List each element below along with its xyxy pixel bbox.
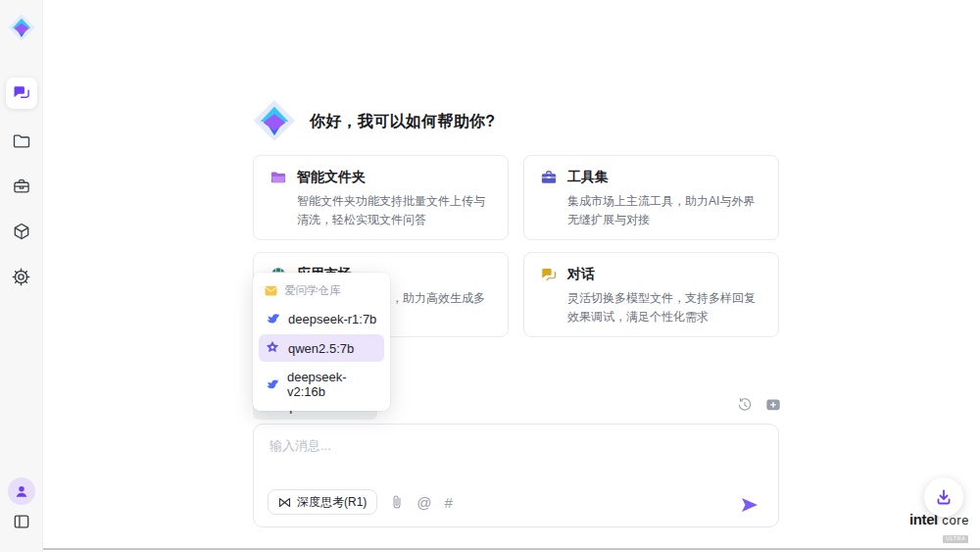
ultra-badge: ULTRA — [943, 535, 968, 543]
greeting-logo-icon — [252, 97, 297, 144]
send-button[interactable] — [741, 497, 759, 513]
sidebar — [0, 0, 43, 552]
card-smart-folder[interactable]: 智能文件夹 智能文件夹功能支持批量文件上传与清洗，轻松实现文件问答 — [253, 155, 509, 240]
user-avatar[interactable] — [8, 477, 35, 505]
sidebar-item-settings[interactable] — [6, 261, 37, 292]
download-icon — [935, 488, 953, 506]
briefcase-icon — [12, 176, 31, 196]
model-repo-group: 爱问学仓库 — [259, 278, 384, 303]
gear-icon — [11, 267, 31, 287]
cube-icon — [12, 222, 31, 241]
history-icon — [737, 397, 753, 413]
message-composer: 深度思考(R1) @ # — [253, 424, 779, 527]
repo-envelope-icon — [265, 285, 277, 296]
model-option-deepseek-v2[interactable]: deepseek-v2:16b — [259, 364, 384, 405]
sidebar-item-chat[interactable] — [6, 77, 37, 109]
mention-button[interactable]: @ — [416, 494, 431, 511]
new-chat-icon — [765, 398, 781, 413]
paperclip-icon — [390, 494, 404, 510]
model-option-qwen[interactable]: qwen2.5:7b — [259, 334, 384, 362]
sidebar-item-folders[interactable] — [6, 125, 37, 157]
greeting-title: 你好，我可以如何帮助你? — [310, 112, 495, 132]
card-conversation[interactable]: 对话 灵活切换多模型文件，支持多样回复效果调试，满足个性化需求 — [523, 252, 779, 337]
history-button[interactable] — [737, 397, 753, 413]
deep-think-label: 深度思考(R1) — [297, 494, 367, 511]
sidebar-collapse-toggle[interactable] — [6, 506, 37, 537]
new-chat-button[interactable] — [765, 398, 781, 413]
send-icon — [741, 497, 759, 513]
app-logo — [7, 12, 36, 43]
app-window: 你好，我可以如何帮助你? 智能文件夹 智能文件夹功能支持批量文件上传与清洗，轻松… — [0, 0, 980, 552]
sidebar-item-toolbox[interactable] — [6, 171, 37, 202]
model-option-label: qwen2.5:7b — [288, 341, 354, 356]
card-description: 集成市场上主流工具，助力AI与外界无缝扩展与对接 — [567, 192, 762, 228]
sidebar-item-models[interactable] — [6, 216, 37, 247]
qwen-icon — [265, 340, 280, 356]
deep-think-icon — [278, 497, 291, 508]
card-description: 智能文件夹功能支持批量文件上传与清洗，轻松实现文件问答 — [297, 192, 492, 228]
deepseek-icon — [265, 311, 280, 326]
user-avatar-icon — [13, 482, 30, 500]
panel-toggle-icon — [12, 512, 31, 531]
deep-think-toggle[interactable]: 深度思考(R1) — [268, 489, 377, 515]
model-repo-label: 爱问学仓库 — [284, 283, 341, 298]
composer-toolbar: 深度思考(R1) @ # — [268, 489, 453, 515]
window-bottom-edge — [0, 548, 980, 550]
card-description: 灵活切换多模型文件，支持多样回复效果调试，满足个性化需求 — [567, 289, 762, 326]
model-option-label: deepseek-v2:16b — [287, 370, 378, 399]
download-button[interactable] — [924, 477, 963, 517]
deepseek-icon — [265, 376, 279, 392]
app-logo-icon — [7, 12, 36, 43]
folder-icon — [12, 131, 31, 151]
prompt-tag-button[interactable]: # — [445, 494, 453, 511]
model-option-deepseek-r1[interactable]: deepseek-r1:7b — [259, 305, 384, 332]
model-dropdown: 爱问学仓库 deepseek-r1:7b qwen2.5:7b deepseek… — [253, 273, 390, 411]
attach-file-button[interactable] — [390, 494, 404, 510]
card-toolset[interactable]: 工具集 集成市场上主流工具，助力AI与外界无缝扩展与对接 — [523, 155, 779, 240]
message-input[interactable] — [270, 437, 760, 478]
folder-icon — [270, 169, 287, 186]
chat-bubbles-icon — [540, 266, 558, 283]
model-option-label: deepseek-r1:7b — [288, 312, 376, 326]
chat-toolbar — [737, 397, 781, 413]
card-title: 智能文件夹 — [297, 169, 366, 186]
chat-icon — [12, 83, 31, 103]
card-title: 工具集 — [567, 169, 609, 186]
briefcase-icon — [540, 169, 558, 186]
card-title: 对话 — [567, 266, 595, 283]
